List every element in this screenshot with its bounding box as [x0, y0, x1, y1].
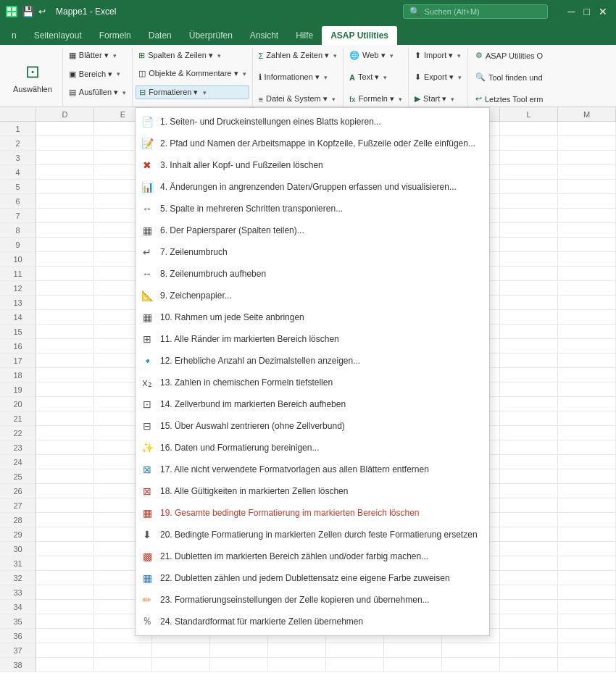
grid-cell-r20-c8[interactable] — [500, 397, 558, 411]
grid-cell-r15-c0[interactable] — [36, 325, 94, 339]
grid-cell-r1-c0[interactable] — [36, 122, 94, 136]
grid-cell-r38-c8[interactable] — [500, 658, 558, 672]
grid-cell-r2-c0[interactable] — [36, 136, 94, 151]
grid-cell-r14-c8[interactable] — [500, 310, 558, 325]
grid-cell-r38-c5[interactable] — [326, 658, 384, 672]
grid-cell-r21-c0[interactable] — [36, 411, 94, 426]
grid-cell-r32-c0[interactable] — [36, 571, 94, 585]
grid-cell-r12-c8[interactable] — [500, 281, 558, 296]
grid-cell-r9-c0[interactable] — [36, 238, 94, 252]
dropdown-item-5[interactable]: ↔5. Spalte in mehreren Schritten transpo… — [136, 198, 489, 220]
grid-cell-r4-c9[interactable] — [558, 165, 616, 180]
tab-ueberpruefen[interactable]: Überprüfen — [180, 26, 241, 45]
btn-zahlen[interactable]: Σ Zahlen & Zeiten ▾ — [256, 49, 341, 62]
grid-cell-r25-c9[interactable] — [558, 469, 616, 484]
grid-cell-r37-c8[interactable] — [500, 643, 558, 658]
minimize-btn[interactable]: ─ — [565, 6, 578, 17]
grid-cell-r20-c9[interactable] — [558, 397, 616, 411]
grid-cell-r19-c8[interactable] — [500, 382, 558, 397]
btn-asap-utilities[interactable]: ⚙ ASAP Utilities O — [473, 49, 546, 62]
btn-formatieren[interactable]: ⊟ Formatieren ▾ — [136, 85, 249, 99]
grid-cell-r15-c8[interactable] — [500, 325, 558, 339]
grid-cell-r38-c9[interactable] — [558, 658, 616, 672]
tab-hilfe[interactable]: Hilfe — [287, 26, 322, 45]
maximize-btn[interactable]: □ — [581, 6, 593, 17]
grid-cell-r22-c9[interactable] — [558, 426, 616, 440]
grid-cell-r37-c7[interactable] — [442, 643, 500, 658]
grid-cell-r26-c9[interactable] — [558, 484, 616, 498]
grid-cell-r32-c8[interactable] — [500, 571, 558, 585]
grid-cell-r6-c0[interactable] — [36, 194, 94, 209]
tab-asap[interactable]: ASAP Utilities — [322, 26, 397, 45]
grid-cell-r20-c0[interactable] — [36, 397, 94, 411]
btn-export[interactable]: ⬇ Export ▾ — [412, 71, 465, 83]
grid-cell-r3-c8[interactable] — [500, 151, 558, 165]
btn-objekte[interactable]: ◫ Objekte & Kommentare ▾ — [136, 67, 249, 80]
grid-cell-r24-c8[interactable] — [500, 455, 558, 469]
grid-cell-r31-c9[interactable] — [558, 556, 616, 571]
dropdown-item-24[interactable]: ％24. Standardformat für markierte Zellen… — [136, 611, 489, 632]
dropdown-item-16[interactable]: ✨16. Daten und Formatierung bereinigen..… — [136, 437, 489, 459]
grid-cell-r16-c8[interactable] — [500, 339, 558, 354]
quick-access-save[interactable]: 💾 — [22, 6, 34, 17]
grid-cell-r22-c0[interactable] — [36, 426, 94, 440]
grid-cell-r6-c8[interactable] — [500, 194, 558, 209]
dropdown-item-15[interactable]: ⊟15. Über Auswahl zentrieren (ohne Zellv… — [136, 415, 489, 437]
dropdown-item-6[interactable]: ▦6. Der Papiersparer (Spalten teilen)... — [136, 220, 489, 241]
grid-cell-r13-c9[interactable] — [558, 296, 616, 310]
grid-cell-r8-c0[interactable] — [36, 223, 94, 238]
grid-cell-r24-c9[interactable] — [558, 455, 616, 469]
dropdown-item-17[interactable]: ⊠17. Alle nicht verwendete Formatvorlage… — [136, 459, 489, 480]
grid-cell-r27-c8[interactable] — [500, 498, 558, 513]
grid-cell-r37-c9[interactable] — [558, 643, 616, 658]
grid-cell-r36-c8[interactable] — [500, 629, 558, 643]
grid-cell-r5-c0[interactable] — [36, 180, 94, 194]
grid-cell-r38-c3[interactable] — [210, 658, 268, 672]
btn-web[interactable]: 🌐 Web ▾ — [346, 49, 405, 62]
grid-cell-r7-c9[interactable] — [558, 209, 616, 223]
btn-letztes-tool[interactable]: ↩ Letztes Tool erm — [473, 93, 546, 105]
grid-cell-r33-c0[interactable] — [36, 585, 94, 600]
grid-cell-r17-c9[interactable] — [558, 354, 616, 368]
grid-cell-r7-c0[interactable] — [36, 209, 94, 223]
btn-auswählen[interactable]: ⊡ Auswählen — [7, 51, 58, 104]
grid-cell-r32-c9[interactable] — [558, 571, 616, 585]
grid-cell-r29-c0[interactable] — [36, 527, 94, 542]
grid-cell-r14-c9[interactable] — [558, 310, 616, 325]
grid-cell-r38-c1[interactable] — [94, 658, 152, 672]
dropdown-item-3[interactable]: ✖3. Inhalt aller Kopf- und Fußzeilen lös… — [136, 154, 489, 176]
grid-cell-r38-c6[interactable] — [384, 658, 442, 672]
grid-cell-r30-c8[interactable] — [500, 542, 558, 556]
grid-cell-r11-c0[interactable] — [36, 267, 94, 281]
grid-cell-r12-c9[interactable] — [558, 281, 616, 296]
grid-cell-r5-c8[interactable] — [500, 180, 558, 194]
dropdown-item-2[interactable]: 📝2. Pfad und Namen der Arbeitsmappe in K… — [136, 133, 489, 154]
grid-cell-r12-c0[interactable] — [36, 281, 94, 296]
btn-text[interactable]: A Text ▾ — [346, 71, 405, 83]
grid-cell-r29-c8[interactable] — [500, 527, 558, 542]
grid-cell-r8-c8[interactable] — [500, 223, 558, 238]
grid-cell-r17-c0[interactable] — [36, 354, 94, 368]
grid-cell-r22-c8[interactable] — [500, 426, 558, 440]
btn-start[interactable]: ▶ Start ▾ — [412, 93, 465, 105]
grid-cell-r18-c9[interactable] — [558, 368, 616, 382]
grid-cell-r10-c0[interactable] — [36, 252, 94, 267]
grid-cell-r30-c0[interactable] — [36, 542, 94, 556]
quick-access-undo[interactable]: ↩ — [38, 7, 46, 17]
btn-informationen[interactable]: ℹ Informationen ▾ — [256, 71, 341, 83]
grid-cell-r28-c8[interactable] — [500, 513, 558, 527]
grid-cell-r2-c9[interactable] — [558, 136, 616, 151]
grid-cell-r34-c0[interactable] — [36, 600, 94, 614]
grid-cell-r36-c0[interactable] — [36, 629, 94, 643]
dropdown-item-1[interactable]: 📄1. Seiten- und Druckeinstellungen eines… — [136, 111, 489, 133]
grid-cell-r37-c4[interactable] — [268, 643, 326, 658]
dropdown-item-4[interactable]: 📊4. Änderungen in angrenzenden Daten/Gru… — [136, 176, 489, 198]
grid-cell-r35-c8[interactable] — [500, 614, 558, 629]
grid-cell-r38-c7[interactable] — [442, 658, 500, 672]
grid-cell-r38-c2[interactable] — [152, 658, 210, 672]
grid-cell-r37-c6[interactable] — [384, 643, 442, 658]
grid-cell-r11-c9[interactable] — [558, 267, 616, 281]
tab-formeln[interactable]: Formeln — [91, 26, 140, 45]
dropdown-item-13[interactable]: x₂13. Zahlen in chemischen Formeln tiefs… — [136, 372, 489, 393]
grid-cell-r28-c0[interactable] — [36, 513, 94, 527]
